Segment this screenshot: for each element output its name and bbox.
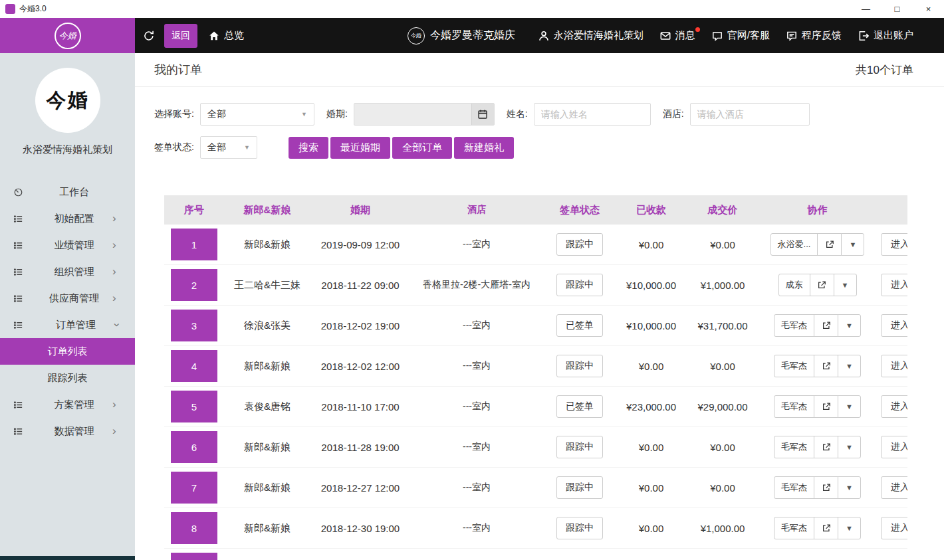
share-icon[interactable]: [810, 274, 834, 296]
sidebar-item-组织管理[interactable]: 组织管理 ›: [0, 258, 135, 285]
messages-button[interactable]: 消息: [659, 29, 695, 42]
collaborator-button[interactable]: 毛军杰: [774, 517, 814, 539]
all-orders-button[interactable]: 全部订单: [392, 137, 452, 159]
back-button[interactable]: 返回: [164, 24, 197, 48]
order-number: 2: [171, 269, 217, 301]
couple-name: 袁俊&唐铭: [224, 401, 310, 413]
search-button[interactable]: 搜索: [289, 137, 328, 159]
home-icon: [208, 30, 220, 42]
enter-order-button[interactable]: 进入订单: [881, 355, 907, 377]
share-icon[interactable]: [814, 395, 838, 418]
sidebar-item-业绩管理[interactable]: 业绩管理 ›: [0, 232, 135, 258]
refresh-icon[interactable]: [143, 30, 155, 42]
sidebar-item-供应商管理[interactable]: 供应商管理 ›: [0, 285, 135, 312]
hotel-name: ---室内: [410, 320, 543, 331]
received-amount: ¥0.00: [616, 442, 686, 453]
status-badge[interactable]: 跟踪中: [556, 233, 603, 256]
close-button[interactable]: ×: [913, 0, 944, 18]
sidebar-item-工作台[interactable]: 工作台: [0, 179, 135, 205]
support-button[interactable]: 官网/客服: [711, 29, 770, 42]
name-input[interactable]: [534, 103, 651, 126]
collaborator-button[interactable]: 成东: [778, 274, 810, 296]
caret-down-icon[interactable]: ▼: [838, 355, 861, 377]
recent-weddings-button[interactable]: 最近婚期: [330, 137, 390, 159]
maximize-button[interactable]: □: [882, 0, 913, 18]
feedback-button[interactable]: 程序反馈: [786, 29, 842, 42]
caret-down-icon[interactable]: ▼: [838, 436, 861, 458]
status-filter-label: 签单状态:: [154, 141, 194, 153]
logout-button[interactable]: 退出账户: [858, 29, 913, 42]
enter-order-button[interactable]: 进入订单: [881, 233, 907, 256]
date-filter-label: 婚期:: [326, 108, 348, 120]
chevron-icon: ›: [112, 212, 135, 225]
wedding-date-input[interactable]: [354, 103, 495, 126]
table-row: 8 新郎&新娘 2018-12-30 19:00 ---室内 跟踪中 ¥0.00…: [164, 508, 907, 549]
order-number: [171, 553, 217, 560]
caret-down-icon[interactable]: ▼: [838, 314, 861, 337]
enter-order-button[interactable]: 进入订单: [881, 274, 907, 296]
list-icon: [0, 294, 36, 304]
collaborator-button[interactable]: 毛军杰: [774, 436, 814, 458]
calendar-icon[interactable]: [471, 104, 494, 125]
collaborator-button[interactable]: 毛军杰: [774, 395, 814, 418]
collaborator-button[interactable]: 毛军杰: [774, 355, 814, 377]
sidebar-item-数据管理[interactable]: 数据管理 ›: [0, 418, 135, 444]
overview-button[interactable]: 总览: [208, 29, 244, 42]
sidebar-item-初始配置[interactable]: 初始配置 ›: [0, 205, 135, 232]
collaborator-button[interactable]: 毛军杰: [774, 476, 814, 499]
enter-order-button[interactable]: 进入订单: [881, 436, 907, 458]
caret-down-icon[interactable]: ▼: [838, 476, 861, 499]
status-badge[interactable]: 跟踪中: [556, 476, 603, 499]
status-badge[interactable]: 跟踪中: [556, 517, 603, 539]
collaborator-button[interactable]: 毛军杰: [774, 314, 814, 337]
chevron-icon: ›: [112, 398, 135, 411]
share-icon[interactable]: [814, 517, 838, 539]
share-icon[interactable]: [814, 355, 838, 377]
status-badge[interactable]: 已签单: [556, 314, 603, 337]
caret-down-icon[interactable]: ▼: [841, 233, 864, 256]
status-badge[interactable]: 跟踪中: [556, 274, 603, 296]
share-icon[interactable]: [814, 476, 838, 499]
page-title: 我的订单: [154, 62, 202, 78]
enter-order-button[interactable]: 进入订单: [881, 395, 907, 418]
account-select[interactable]: 全部 ▼: [200, 103, 314, 126]
collaborator-button[interactable]: 永浴爱...: [770, 233, 818, 256]
minimize-button[interactable]: —: [850, 0, 882, 18]
notification-dot: [695, 27, 700, 32]
deal-price: ¥0.00: [686, 482, 759, 494]
wedding-date: 2018-12-30 19:00: [310, 523, 410, 534]
share-icon[interactable]: [814, 436, 838, 458]
status-select[interactable]: 全部 ▼: [200, 136, 257, 159]
status-badge[interactable]: 已签单: [556, 395, 603, 418]
caret-down-icon[interactable]: ▼: [838, 517, 861, 539]
sidebar-item-跟踪列表[interactable]: 跟踪列表: [0, 365, 135, 391]
caret-down-icon[interactable]: ▼: [834, 274, 857, 296]
order-number: 4: [171, 350, 217, 382]
status-badge[interactable]: 跟踪中: [556, 436, 603, 458]
deal-price: ¥31,700.00: [686, 320, 759, 331]
new-wedding-button[interactable]: 新建婚礼: [454, 137, 514, 159]
enter-order-button[interactable]: 进入订单: [881, 476, 907, 499]
hotel-name: ---室内: [410, 522, 543, 534]
share-icon[interactable]: [814, 314, 838, 337]
status-badge[interactable]: 跟踪中: [556, 355, 603, 377]
couple-name: 新郎&新娘: [224, 238, 310, 251]
list-icon: [0, 240, 36, 250]
chat-icon: [711, 30, 723, 42]
app-icon: [5, 4, 15, 14]
order-number: 3: [171, 310, 217, 341]
sidebar-item-方案管理[interactable]: 方案管理 ›: [0, 391, 135, 418]
enter-order-button[interactable]: 进入订单: [881, 517, 907, 539]
enter-order-button[interactable]: 进入订单: [881, 314, 907, 337]
dashboard-icon: [0, 187, 36, 197]
table-row: 5 袁俊&唐铭 2018-11-10 17:00 ---室内 已签单 ¥23,0…: [164, 387, 907, 427]
account-menu[interactable]: 永浴爱情海婚礼策划: [538, 29, 644, 42]
sidebar-item-订单管理[interactable]: 订单管理 ›: [0, 312, 135, 338]
hotel-input[interactable]: [690, 103, 810, 126]
share-icon[interactable]: [817, 233, 842, 256]
sidebar-item-订单列表[interactable]: 订单列表: [0, 338, 135, 365]
envelope-icon: [659, 30, 671, 42]
org-name: 永浴爱情海婚礼策划: [0, 143, 135, 156]
account-filter-label: 选择账号:: [154, 108, 194, 120]
caret-down-icon[interactable]: ▼: [838, 395, 861, 418]
